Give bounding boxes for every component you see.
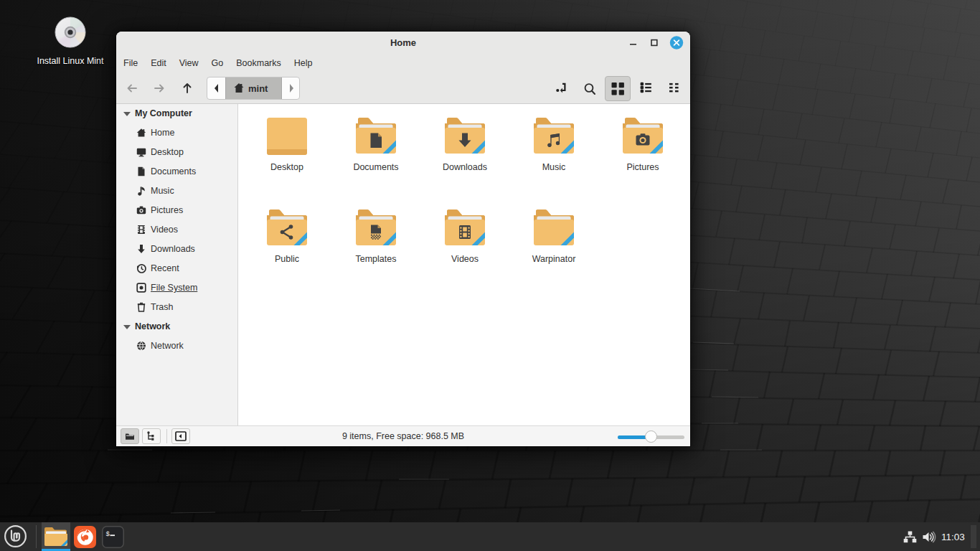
svg-text:$: $ [106,530,110,537]
